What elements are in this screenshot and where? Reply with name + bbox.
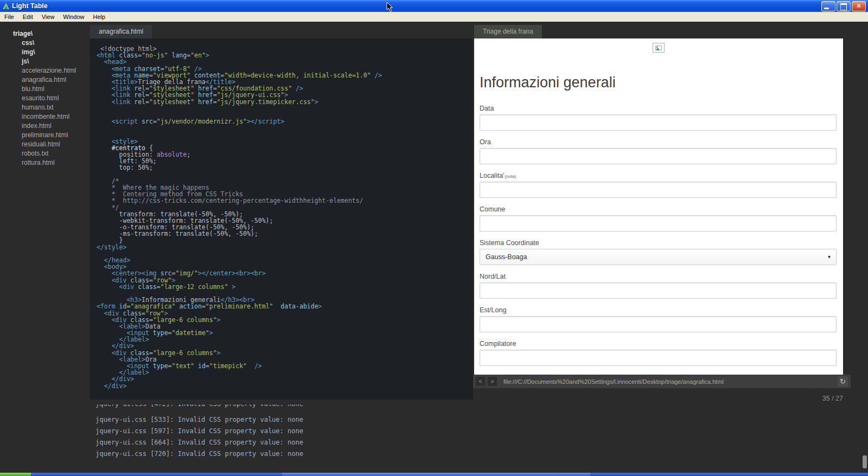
text-input[interactable]	[480, 182, 837, 198]
field-label: Sistema Coordinate	[480, 239, 837, 247]
form-field: Sistema CoordinateGauss-Boaga▾	[480, 239, 837, 265]
sidebar-file[interactable]: robots.txt	[22, 149, 90, 158]
sidebar-folder[interactable]: img\	[22, 48, 90, 57]
refresh-icon[interactable]: ↻	[838, 376, 848, 387]
menu-help[interactable]: Help	[88, 12, 110, 22]
code-line[interactable]: <div class="large-12 columns" >	[97, 284, 473, 290]
sidebar-root-folder[interactable]: triage\	[13, 29, 90, 38]
code-area[interactable]: <!doctype html><html class="no-js" lang=…	[90, 38, 473, 400]
code-line[interactable]: <html class="no-js" lang="en">	[97, 52, 473, 59]
workspace-tree: css\img\js\accelerazione.htmlanagrafica.…	[0, 38, 90, 168]
sidebar-file[interactable]: accelerazione.html	[22, 66, 90, 75]
code-line[interactable]	[97, 131, 473, 138]
window-titlebar[interactable]: Light Table ×	[0, 0, 868, 12]
select-value: Gauss-Boaga	[486, 253, 527, 261]
close-button[interactable]: ×	[852, 1, 866, 11]
preview-form: DataOraLocalita'(nota)ComuneSistema Coor…	[480, 105, 837, 375]
console-line: jquery-ui.css [597]: Invalid CSS propert…	[95, 427, 303, 435]
menu-edit[interactable]: Edit	[18, 12, 37, 22]
window-title: Light Table	[12, 2, 48, 10]
field-label: Localita'(nota)	[480, 172, 837, 179]
field-label: Compilatore	[480, 340, 837, 348]
console-line: jquery-ui.css [720]: Invalid CSS propert…	[95, 450, 303, 458]
text-input[interactable]	[480, 114, 837, 131]
sidebar-folder[interactable]: js\	[22, 57, 90, 66]
code-line[interactable]: <link rel="stylesheet" href="js/jquery.t…	[97, 99, 473, 105]
text-input[interactable]	[480, 316, 837, 332]
broken-image-icon	[653, 43, 665, 53]
sidebar-file[interactable]: blu.html	[22, 85, 90, 94]
console-line: jquery-ui.css [533]: Invalid CSS propert…	[95, 416, 303, 423]
tab-preview[interactable]: Triage della frana	[474, 25, 542, 38]
select-input[interactable]: Gauss-Boaga▾	[480, 249, 837, 265]
code-line[interactable]: </div>	[97, 383, 473, 389]
field-label-note: (nota)	[505, 174, 516, 179]
code-line[interactable]: <input type="datetime">	[97, 330, 473, 336]
code-line[interactable]: <input type="text" id="timepick" />	[97, 363, 473, 369]
text-input[interactable]	[480, 215, 837, 231]
text-input[interactable]	[480, 282, 837, 299]
text-input[interactable]	[480, 350, 837, 366]
menu-view[interactable]: View	[37, 12, 59, 22]
menu-bar: FileEditViewWindowHelp	[0, 12, 868, 22]
menu-file[interactable]: File	[0, 12, 18, 22]
sidebar-file[interactable]: preliminare.html	[22, 131, 90, 140]
code-line[interactable]: </div>	[97, 376, 473, 382]
sidebar-file[interactable]: residuali.html	[22, 140, 90, 149]
window-controls: ×	[821, 1, 866, 11]
sidebar-file[interactable]: rottura.html	[22, 158, 90, 168]
code-line[interactable]	[97, 105, 473, 112]
url-bar[interactable]: file:///C://Documents%20and%20Settings/l…	[503, 378, 838, 385]
taskbar-segment	[590, 473, 868, 476]
menu-window[interactable]: Window	[59, 12, 88, 22]
tab-anagrafica-html[interactable]: anagrafica.html	[90, 25, 152, 38]
restore-icon	[840, 3, 847, 10]
code-line[interactable]: }	[97, 237, 473, 243]
code-line[interactable]: </style>	[97, 244, 473, 250]
form-field: Nord/Lat	[480, 273, 837, 299]
code-line[interactable]: <script src="js/vendor/modernizr.js"></s…	[97, 118, 473, 125]
code-line[interactable]	[97, 250, 473, 257]
browser-viewport: Informazioni generali DataOraLocalita'(n…	[474, 38, 843, 375]
minimize-button[interactable]	[821, 1, 835, 11]
browser-navbar: < > file:///C://Documents%20and%20Settin…	[473, 375, 851, 388]
text-input[interactable]	[480, 148, 837, 164]
field-label: Data	[480, 105, 837, 112]
code-line[interactable]: </label>	[97, 369, 473, 376]
form-field: Localita'(nota)	[480, 172, 837, 198]
page-title: Informazioni generali	[480, 74, 843, 91]
start-button-edge[interactable]	[0, 473, 31, 476]
editor-pane: anagrafica.html <!doctype html><html cla…	[90, 25, 473, 400]
sidebar-file[interactable]: index.html	[22, 121, 90, 131]
code-line[interactable]: -ms-transform: translate(-50%, -50%);	[97, 230, 473, 237]
code-line[interactable]: top: 50%;	[97, 164, 473, 171]
console-line-clipped: jquery-ui.css [472]: Invalid CSS propert…	[95, 404, 303, 411]
minimize-icon	[824, 8, 829, 9]
code-line[interactable]	[97, 171, 473, 178]
field-label: Nord/Lat	[480, 273, 837, 280]
sidebar-file[interactable]: anagrafica.html	[22, 75, 90, 85]
editor-tab-row: anagrafica.html	[90, 25, 473, 38]
form-field: Comune	[480, 205, 837, 231]
code-line[interactable]: left: 50%;	[97, 158, 473, 164]
code-line[interactable]: </label>	[97, 336, 473, 343]
taskbar-segment	[282, 473, 590, 476]
console-scrollbar-thumb[interactable]	[863, 455, 867, 468]
code-line[interactable]: <style>	[97, 138, 473, 145]
restore-button[interactable]	[837, 1, 851, 11]
sidebar-file[interactable]: humans.txt	[22, 103, 90, 112]
forward-button[interactable]: >	[488, 377, 497, 386]
field-label: Est/Long	[480, 306, 837, 314]
code-line[interactable]	[97, 125, 473, 131]
taskbar-segment	[31, 473, 282, 476]
sidebar-file[interactable]: esaurito.html	[22, 94, 90, 103]
chevron-down-icon: ▾	[828, 249, 831, 265]
cursor-position-status: 35 / 27	[822, 395, 843, 402]
taskbar-edge	[0, 473, 868, 476]
sidebar-file[interactable]: incombente.html	[22, 112, 90, 121]
code-line[interactable]: </head>	[97, 257, 473, 263]
code-line[interactable]: * http://css-tricks.com/centering-percen…	[97, 197, 473, 204]
back-button[interactable]: <	[476, 377, 485, 386]
field-label: Ora	[480, 138, 837, 146]
sidebar-folder[interactable]: css\	[22, 38, 90, 48]
